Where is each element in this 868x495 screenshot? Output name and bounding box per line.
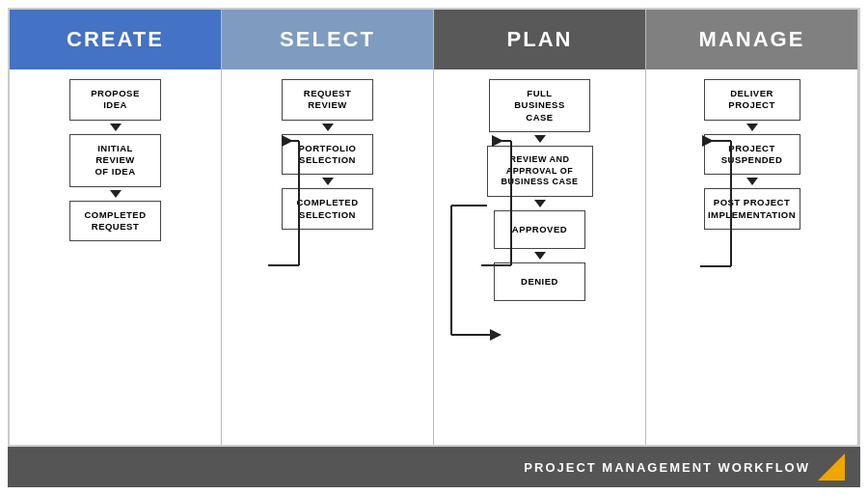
col-plan: PLAN FULLBUSINESSCASE REVIEW ANDAPPROVAL… <box>434 10 646 445</box>
col-manage: MANAGE DELIVERPROJECT PROJECTSUSPENDED P… <box>646 10 858 445</box>
main-container: CREATE PROPOSEIDEA INITIALREVIEWOF IDEA … <box>0 0 868 495</box>
col-manage-header: MANAGE <box>646 10 857 69</box>
arrow-down-5 <box>534 135 546 143</box>
arrow-down-2 <box>110 190 122 198</box>
box-review-approval: REVIEW ANDAPPROVAL OFBUSINESS CASE <box>487 146 593 197</box>
arrow-down-7 <box>534 252 546 260</box>
arrow-down-6 <box>534 200 546 207</box>
box-completed-request: COMPLETEDREQUEST <box>69 201 161 242</box>
col-plan-body: FULLBUSINESSCASE REVIEW ANDAPPROVAL OFBU… <box>434 69 645 445</box>
box-denied: DENIED <box>494 262 585 301</box>
diagram-inner: CREATE PROPOSEIDEA INITIALREVIEWOF IDEA … <box>10 10 858 445</box>
col-manage-body: DELIVERPROJECT PROJECTSUSPENDED POST PRO… <box>646 69 857 445</box>
box-full-business-case: FULLBUSINESSCASE <box>489 79 590 132</box>
arrow-down-4 <box>322 178 334 185</box>
box-project-suspended: PROJECTSUSPENDED <box>704 134 800 176</box>
arrow-down-1 <box>110 124 122 131</box>
arrow-down-3 <box>322 124 334 131</box>
col-select: SELECT REQUESTREVIEW PORTFOLIOSELECTION … <box>222 10 434 445</box>
footer-text: PROJECT MANAGEMENT WORKFLOW <box>524 460 810 475</box>
box-request-review: REQUESTREVIEW <box>282 79 373 121</box>
col-create-body: PROPOSEIDEA INITIALREVIEWOF IDEA COMPLET… <box>10 69 221 445</box>
box-approved: APPROVED <box>494 210 585 249</box>
arrow-down-9 <box>746 178 758 185</box>
col-create-header: CREATE <box>10 10 221 69</box>
box-review-idea: INITIALREVIEWOF IDEA <box>69 134 161 187</box>
col-create: CREATE PROPOSEIDEA INITIALREVIEWOF IDEA … <box>10 10 222 445</box>
box-deliver-project: DELIVERPROJECT <box>704 79 800 121</box>
box-completed-selection: COMPLETEDSELECTION <box>282 188 373 230</box>
col-plan-header: PLAN <box>434 10 645 69</box>
diagram-area: CREATE PROPOSEIDEA INITIALREVIEWOF IDEA … <box>8 8 860 447</box>
box-portfolio-selection: PORTFOLIOSELECTION <box>282 134 373 176</box>
col-select-body: REQUESTREVIEW PORTFOLIOSELECTION COMPLET… <box>222 69 433 445</box>
arrow-down-8 <box>746 124 758 131</box>
box-post-project: POST PROJECTIMPLEMENTATION <box>704 188 800 230</box>
footer-bar: PROJECT MANAGEMENT WORKFLOW <box>8 447 860 487</box>
box-propose-idea: PROPOSEIDEA <box>69 79 161 121</box>
footer-accent-icon <box>818 454 845 481</box>
col-select-header: SELECT <box>222 10 433 69</box>
